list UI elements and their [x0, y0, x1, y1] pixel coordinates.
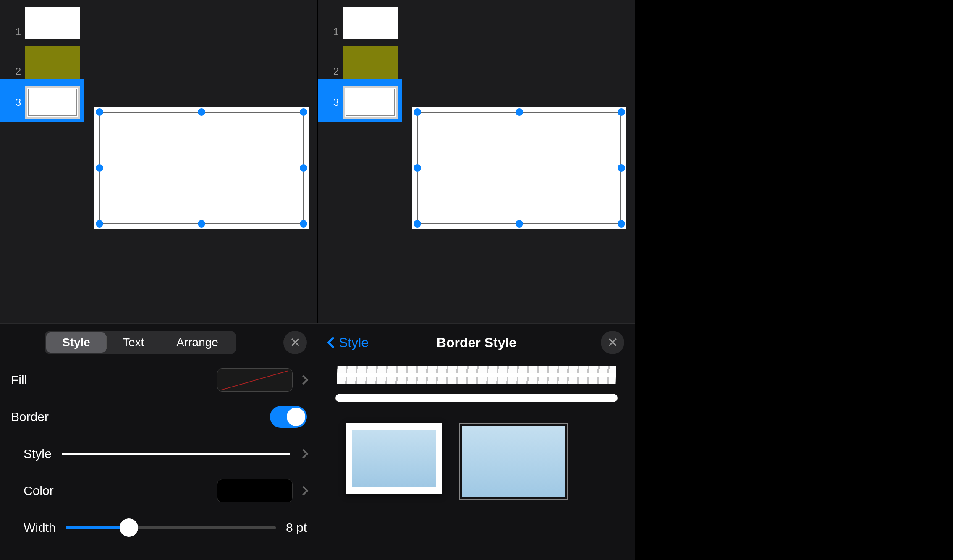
format-panel-style: Style Text Arrange ✕ Fill Border [0, 323, 318, 560]
resize-handle[interactable] [618, 164, 625, 172]
resize-handle[interactable] [300, 164, 307, 172]
canvas-area: 1 2 3 [0, 0, 318, 323]
thumbnail-preview [25, 7, 80, 39]
width-slider[interactable] [66, 526, 276, 529]
resize-handle[interactable] [300, 108, 307, 116]
slide-thumbnail-rail: 1 2 3 [318, 0, 402, 323]
chevron-right-icon [299, 449, 309, 458]
slide-number: 3 [13, 97, 21, 108]
thumbnail-preview [25, 86, 80, 119]
slide-number: 1 [330, 26, 339, 39]
selected-shape[interactable] [412, 107, 626, 229]
selection-border [99, 112, 304, 224]
slide-number: 3 [330, 97, 339, 108]
close-button[interactable]: ✕ [601, 331, 624, 354]
canvas-area: 1 2 3 [318, 0, 635, 323]
segment-style[interactable]: Style [46, 332, 106, 353]
fill-swatch-none[interactable] [217, 368, 293, 392]
resize-handle[interactable] [414, 108, 421, 116]
panel-title: Border Style [329, 335, 624, 351]
close-icon: ✕ [290, 335, 301, 351]
border-style-option-organic[interactable] [337, 394, 616, 402]
back-button[interactable]: Style [329, 335, 369, 351]
slide-thumbnail-2[interactable]: 2 [318, 39, 402, 79]
segment-text[interactable]: Text [107, 332, 160, 353]
rail-divider [84, 0, 84, 323]
slide-thumbnail-3[interactable]: 3 [0, 79, 84, 122]
slide-thumbnail-3[interactable]: 3 [318, 79, 402, 122]
border-color-row[interactable]: Color [11, 472, 307, 509]
chevron-right-icon [299, 486, 309, 495]
thumbnail-preview [343, 86, 398, 119]
resize-handle[interactable] [618, 108, 625, 116]
slider-thumb[interactable] [120, 518, 138, 537]
resize-handle[interactable] [300, 220, 307, 228]
selection-border [417, 112, 621, 224]
slide-number: 1 [13, 26, 21, 39]
border-style-preview [62, 453, 290, 455]
selected-shape[interactable] [94, 107, 309, 229]
close-button[interactable]: ✕ [283, 331, 307, 354]
resize-handle[interactable] [618, 220, 625, 228]
resize-handle[interactable] [414, 164, 421, 172]
slide-number: 2 [330, 65, 339, 79]
chevron-left-icon [327, 337, 339, 348]
border-row: Border [11, 398, 307, 435]
format-panel-border-style: Style Border Style ✕ [318, 323, 635, 560]
close-icon: ✕ [607, 335, 618, 351]
resize-handle[interactable] [198, 220, 205, 228]
slide-thumbnail-rail: 1 2 3 [0, 0, 84, 323]
resize-handle[interactable] [516, 220, 523, 228]
border-style-option-frame-white[interactable] [346, 423, 442, 494]
resize-handle[interactable] [198, 108, 205, 116]
resize-handle[interactable] [96, 220, 103, 228]
border-style-label: Style [24, 447, 52, 461]
thumbnail-preview [343, 7, 398, 39]
back-label: Style [339, 335, 369, 351]
slide-thumbnail-1[interactable]: 1 [0, 0, 84, 39]
border-style-option-frame-thin[interactable] [459, 423, 568, 500]
border-width-label: Width [24, 521, 56, 535]
resize-handle[interactable] [96, 108, 103, 116]
color-swatch[interactable] [217, 479, 293, 502]
width-value: 8 pt [286, 521, 307, 535]
slide-thumbnail-2[interactable]: 2 [0, 39, 84, 79]
slide-number: 2 [13, 65, 21, 79]
chevron-right-icon [299, 375, 309, 385]
thumbnail-preview [343, 46, 398, 79]
segment-arrange[interactable]: Arrange [160, 332, 234, 353]
border-toggle[interactable] [270, 406, 307, 428]
border-label: Border [11, 410, 49, 424]
fill-row[interactable]: Fill [11, 361, 307, 398]
slide-thumbnail-1[interactable]: 1 [318, 0, 402, 39]
border-style-row[interactable]: Style [11, 435, 307, 472]
rail-divider [402, 0, 402, 323]
resize-handle[interactable] [414, 220, 421, 228]
border-style-option-brush[interactable] [337, 369, 616, 382]
thumbnail-preview [25, 46, 80, 79]
border-width-row: Width 8 pt [11, 509, 307, 546]
fill-label: Fill [11, 373, 27, 387]
segment-control: Style Text Arrange [45, 331, 236, 354]
resize-handle[interactable] [516, 108, 523, 116]
resize-handle[interactable] [96, 164, 103, 172]
border-color-label: Color [24, 484, 54, 498]
